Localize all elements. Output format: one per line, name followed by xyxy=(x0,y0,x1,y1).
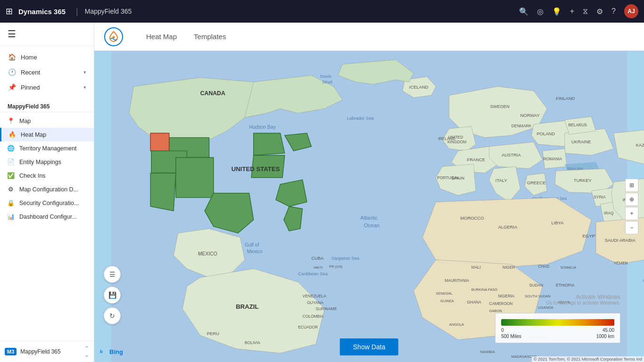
svg-text:Gulf of: Gulf of xyxy=(245,242,259,247)
svg-text:Labrador Sea: Labrador Sea xyxy=(347,115,374,121)
svg-text:FINLAND: FINLAND xyxy=(556,96,575,101)
sidebar-item-pinned-label: Pinned xyxy=(21,84,40,91)
map-controls-left: ☰ 💾 ↻ xyxy=(104,266,121,324)
sidebar-item-checkins[interactable]: ✅ Check Ins xyxy=(0,169,94,182)
svg-text:VENEZUELA: VENEZUELA xyxy=(303,294,327,298)
tab-heatmap[interactable]: Heat Map xyxy=(142,31,181,42)
svg-text:BOLIVIA: BOLIVIA xyxy=(245,340,260,345)
show-data-button[interactable]: Show Data xyxy=(340,338,398,355)
svg-text:KENYA: KENYA xyxy=(558,300,570,304)
security-icon: 🔒 xyxy=(7,199,15,206)
sidebar-header: ☰ xyxy=(0,23,94,46)
svg-text:HAITI: HAITI xyxy=(314,265,322,270)
sidebar-item-territory-label: Territory Management xyxy=(19,145,77,152)
user-avatar[interactable]: AJ xyxy=(624,4,638,18)
zoom-in-icon: + xyxy=(630,210,633,217)
help-icon[interactable]: ? xyxy=(611,7,616,16)
layers-list-button[interactable]: ☰ xyxy=(104,266,121,283)
filter-icon[interactable]: ⧖ xyxy=(583,7,588,16)
legend-min-label: 0 xyxy=(501,328,504,333)
right-panel: Heat Map Templates CANADA xyxy=(94,23,644,362)
sidebar-item-entity-mappings[interactable]: 📄 Entity Mappings xyxy=(0,155,94,169)
svg-text:NAMIBIA: NAMIBIA xyxy=(480,350,495,354)
svg-text:ANGOLA: ANGOLA xyxy=(449,322,464,327)
left-sidebar: ☰ 🏠 Home 🕐 Recent ▾ 📌 Pinned ▾ MappyFiel… xyxy=(0,23,94,362)
recent-icon: 🕐 xyxy=(8,68,16,76)
svg-text:UKRAINE: UKRAINE xyxy=(571,139,591,144)
entity-icon: 📄 xyxy=(7,158,15,165)
sidebar-item-pinned[interactable]: 📌 Pinned ▾ xyxy=(0,80,94,95)
map-copyright: © 2021 TomTom, © 2021 Microsoft Corporat… xyxy=(532,356,644,362)
sidebar-expand-icon[interactable]: ⌃⌄ xyxy=(84,345,89,358)
svg-text:ITALY: ITALY xyxy=(495,178,507,183)
layers-icon: ⊞ xyxy=(629,182,634,189)
sidebar-toggle-icon[interactable]: ☰ xyxy=(8,29,16,39)
sidebar-item-heatmap[interactable]: 🔥 Heat Map xyxy=(0,128,94,141)
save-icon: 💾 xyxy=(108,291,116,299)
app-header: Heat Map Templates xyxy=(94,23,644,51)
svg-text:GUYANA: GUYANA xyxy=(307,300,323,305)
svg-text:SUDAN: SUDAN xyxy=(529,283,543,288)
legend-scale-km: 1000 km xyxy=(596,334,614,339)
svg-text:GHANA: GHANA xyxy=(467,300,481,304)
sidebar-item-security[interactable]: 🔒 Security Configuratio... xyxy=(0,196,94,210)
save-map-button[interactable]: 💾 xyxy=(104,287,121,304)
svg-text:COLOMBIA: COLOMBIA xyxy=(303,314,324,319)
zoom-out-button[interactable]: − xyxy=(625,221,638,234)
svg-text:ROMANIA: ROMANIA xyxy=(544,156,562,161)
map-controls-right: ⊞ ⊕ + − xyxy=(625,179,638,234)
sidebar-item-map-config[interactable]: ⚙ Map Configuration D... xyxy=(0,182,94,196)
main-area: ☰ 🏠 Home 🕐 Recent ▾ 📌 Pinned ▾ MappyFiel… xyxy=(0,23,644,362)
svg-text:LIBYA: LIBYA xyxy=(552,220,564,225)
svg-text:CAMEROON: CAMEROON xyxy=(489,301,513,306)
svg-text:CHAD: CHAD xyxy=(538,264,549,269)
svg-text:BRAZIL: BRAZIL xyxy=(236,303,258,310)
sidebar-item-recent-label: Recent xyxy=(21,69,40,76)
tab-templates[interactable]: Templates xyxy=(190,31,230,42)
gear-icon[interactable]: ⚙ xyxy=(596,7,603,16)
sidebar-section-title: MappyField 365 xyxy=(0,99,94,112)
sidebar-item-dashboard[interactable]: 📊 Dashboard Configur... xyxy=(0,210,94,223)
sidebar-item-checkins-label: Check Ins xyxy=(19,173,46,179)
svg-text:DENMARK: DENMARK xyxy=(512,123,532,128)
svg-text:Davis: Davis xyxy=(320,74,331,79)
app-grid-icon[interactable]: ⊞ xyxy=(6,6,13,16)
svg-text:CANADA: CANADA xyxy=(200,90,225,97)
svg-text:ECUADOR: ECUADOR xyxy=(298,325,318,329)
top-nav-bar: ⊞ Dynamics 365 | MappyField 365 🔍 ◎ 💡 + … xyxy=(0,0,644,23)
sidebar-item-home[interactable]: 🏠 Home xyxy=(0,49,94,65)
list-icon: ☰ xyxy=(109,271,116,278)
legend-scale-miles: 500 Miles xyxy=(501,334,521,339)
svg-text:Sargasso Sea: Sargasso Sea xyxy=(331,255,360,261)
svg-text:SOUTH SUDAN: SOUTH SUDAN xyxy=(525,294,551,298)
svg-text:BURKINA FASO: BURKINA FASO xyxy=(471,288,497,292)
zoom-in-button[interactable]: + xyxy=(625,207,638,220)
add-icon[interactable]: + xyxy=(570,7,574,16)
sidebar-item-territory[interactable]: 🌐 Territory Management xyxy=(0,141,94,155)
sidebar-item-recent[interactable]: 🕐 Recent ▾ xyxy=(0,65,94,80)
svg-text:SWEDEN: SWEDEN xyxy=(490,104,509,109)
legend-color-bar xyxy=(501,319,614,326)
map-container[interactable]: CANADA xyxy=(94,51,644,362)
svg-text:BELARUS: BELARUS xyxy=(568,123,587,127)
svg-text:FRANCE: FRANCE xyxy=(467,157,485,162)
sidebar-item-map[interactable]: 📍 Map xyxy=(0,114,94,128)
target-icon[interactable]: ◎ xyxy=(537,7,544,16)
sidebar-item-security-label: Security Configuratio... xyxy=(19,200,79,206)
sidebar-item-home-label: Home xyxy=(21,54,37,61)
locate-button[interactable]: ⊕ xyxy=(625,193,638,206)
sidebar-bottom: M3 MappyField 365 ⌃⌄ xyxy=(0,341,94,362)
svg-text:Mexico: Mexico xyxy=(247,249,263,254)
layers-toggle-button[interactable]: ⊞ xyxy=(625,179,638,192)
sidebar-item-entity-label: Entity Mappings xyxy=(19,159,61,165)
svg-text:NORWAY: NORWAY xyxy=(520,113,540,118)
svg-text:IRELAND: IRELAND xyxy=(438,136,455,141)
svg-text:MALI: MALI xyxy=(471,265,481,270)
search-icon[interactable]: 🔍 xyxy=(519,7,528,16)
svg-text:GREECE: GREECE xyxy=(527,180,546,185)
refresh-map-button[interactable]: ↻ xyxy=(104,307,121,324)
mappyfield-logo-icon xyxy=(104,27,124,47)
svg-text:CUBA: CUBA xyxy=(311,255,324,261)
bulb-icon[interactable]: 💡 xyxy=(552,7,561,16)
territory-icon: 🌐 xyxy=(7,145,15,152)
